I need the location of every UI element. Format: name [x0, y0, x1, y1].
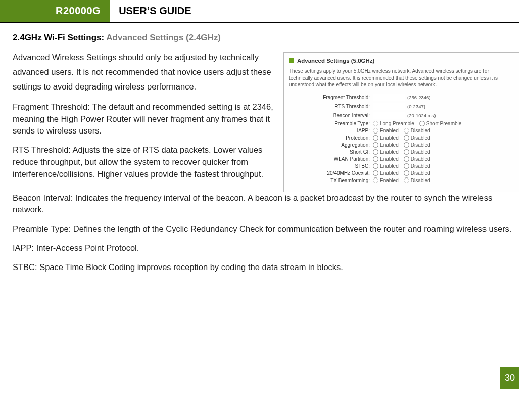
- radio-icon: [404, 156, 409, 162]
- screenshot-title-row: Advanced Settings (5.0GHz): [289, 58, 514, 64]
- row-wlan-partition: WLAN Partition: Enabled Disabled: [289, 156, 514, 162]
- page-number-badge: 30: [500, 367, 519, 389]
- input-fragment[interactable]: [373, 94, 405, 101]
- row-fragment-threshold: Fragment Threshold: (256-2346): [289, 94, 514, 101]
- model-badge: R20000G: [0, 0, 110, 22]
- row-tx-beamforming: TX Beamforming: Enabled Disabled: [289, 177, 514, 183]
- radio-short-preamble[interactable]: Short Preamble: [419, 121, 461, 126]
- label-preamble: Preamble Type:: [289, 121, 373, 126]
- label-rts: RTS Threshold:: [289, 104, 373, 109]
- radio-icon: [373, 177, 378, 183]
- radio-coexist-enabled[interactable]: Enabled: [373, 170, 399, 176]
- radio-icon: [404, 170, 409, 176]
- page-content: 2.4GHz Wi-Fi Settings: Advanced Settings…: [0, 23, 532, 274]
- radio-wlanpart-enabled[interactable]: Enabled: [373, 156, 399, 162]
- green-square-icon: [289, 58, 294, 63]
- radio-long-preamble[interactable]: Long Preamble: [373, 121, 414, 126]
- intro-paragraph: Advanced Wireless Settings should only b…: [13, 50, 277, 94]
- row-coexist: 20/40MHz Coexist: Enabled Disabled: [289, 170, 514, 176]
- row-stbc: STBC: Enabled Disabled: [289, 163, 514, 169]
- screenshot-description: These settings apply to your 5.0GHz wire…: [289, 68, 514, 88]
- stbc-paragraph: STBC: Space Time Block Coding improves r…: [13, 261, 519, 274]
- label-iapp: IAPP:: [289, 128, 373, 134]
- input-beacon[interactable]: [373, 112, 405, 119]
- label-fragment: Fragment Threshold:: [289, 95, 373, 100]
- row-aggregation: Aggregation: Enabled Disabled: [289, 142, 514, 148]
- radio-aggregation-disabled[interactable]: Disabled: [404, 142, 430, 148]
- radio-aggregation-enabled[interactable]: Enabled: [373, 142, 399, 148]
- label-shortgi: Short GI:: [289, 149, 373, 155]
- input-rts[interactable]: [373, 103, 405, 110]
- radio-coexist-disabled[interactable]: Disabled: [404, 170, 430, 176]
- radio-iapp-disabled[interactable]: Disabled: [404, 128, 430, 134]
- page-header: R20000G USER’S GUIDE: [0, 0, 519, 23]
- section-name: Advanced Settings (2.4GHz): [106, 33, 221, 42]
- section-heading: 2.4GHz Wi-Fi Settings: Advanced Settings…: [13, 33, 519, 43]
- radio-icon: [419, 121, 425, 126]
- hint-rts: (0-2347): [407, 104, 425, 109]
- radio-icon: [373, 149, 378, 155]
- radio-icon: [373, 142, 378, 148]
- hint-fragment: (256-2346): [407, 95, 430, 100]
- row-short-gi: Short GI: Enabled Disabled: [289, 149, 514, 155]
- rts-paragraph: RTS Threshold: Adjusts the size of RTS d…: [13, 144, 277, 181]
- left-text-column: Advanced Wireless Settings should only b…: [13, 50, 277, 192]
- preamble-paragraph: Preamble Type: Defines the length of the…: [13, 223, 519, 235]
- label-txbf: TX Beamforming:: [289, 177, 373, 183]
- radio-protection-disabled[interactable]: Disabled: [404, 135, 430, 141]
- radio-icon: [404, 135, 409, 141]
- lower-text: Beacon Interval: Indicates the frequency…: [13, 192, 519, 274]
- radio-shortgi-enabled[interactable]: Enabled: [373, 149, 399, 155]
- settings-screenshot: Advanced Settings (5.0GHz) These setting…: [283, 52, 519, 192]
- row-rts-threshold: RTS Threshold: (0-2347): [289, 103, 514, 110]
- label-coexist: 20/40MHz Coexist:: [289, 170, 373, 176]
- label-beacon: Beacon Interval:: [289, 113, 373, 118]
- radio-icon: [404, 128, 409, 134]
- radio-icon: [404, 149, 409, 155]
- screenshot-title: Advanced Settings (5.0GHz): [297, 58, 374, 64]
- radio-icon: [373, 135, 378, 141]
- label-protection: Protection:: [289, 135, 373, 141]
- radio-stbc-disabled[interactable]: Disabled: [404, 163, 430, 169]
- radio-stbc-enabled[interactable]: Enabled: [373, 163, 399, 169]
- radio-txbf-enabled[interactable]: Enabled: [373, 177, 399, 183]
- radio-icon: [373, 121, 378, 126]
- fragment-paragraph: Fragment Threshold: The default and reco…: [13, 101, 277, 138]
- hint-beacon: (20-1024 ms): [407, 113, 436, 118]
- radio-protection-enabled[interactable]: Enabled: [373, 135, 399, 141]
- radio-icon: [373, 170, 378, 176]
- row-iapp: IAPP: Enabled Disabled: [289, 128, 514, 134]
- radio-icon: [373, 128, 378, 134]
- guide-title: USER’S GUIDE: [110, 0, 191, 22]
- radio-icon: [373, 156, 378, 162]
- radio-icon: [404, 163, 409, 169]
- row-beacon-interval: Beacon Interval: (20-1024 ms): [289, 112, 514, 119]
- radio-txbf-disabled[interactable]: Disabled: [404, 177, 430, 183]
- iapp-paragraph: IAPP: Inter-Access Point Protocol.: [13, 242, 519, 254]
- radio-icon: [404, 177, 409, 183]
- beacon-paragraph: Beacon Interval: Indicates the frequency…: [13, 192, 519, 216]
- row-protection: Protection: Enabled Disabled: [289, 135, 514, 141]
- label-stbc: STBC:: [289, 163, 373, 169]
- label-aggregation: Aggregation:: [289, 142, 373, 148]
- radio-icon: [404, 142, 409, 148]
- row-preamble-type: Preamble Type: Long Preamble Short Pream…: [289, 121, 514, 126]
- radio-icon: [373, 163, 378, 169]
- radio-shortgi-disabled[interactable]: Disabled: [404, 149, 430, 155]
- label-wlanpart: WLAN Partition:: [289, 156, 373, 162]
- section-prefix: 2.4GHz Wi-Fi Settings:: [13, 33, 104, 42]
- radio-iapp-enabled[interactable]: Enabled: [373, 128, 399, 134]
- radio-wlanpart-disabled[interactable]: Disabled: [404, 156, 430, 162]
